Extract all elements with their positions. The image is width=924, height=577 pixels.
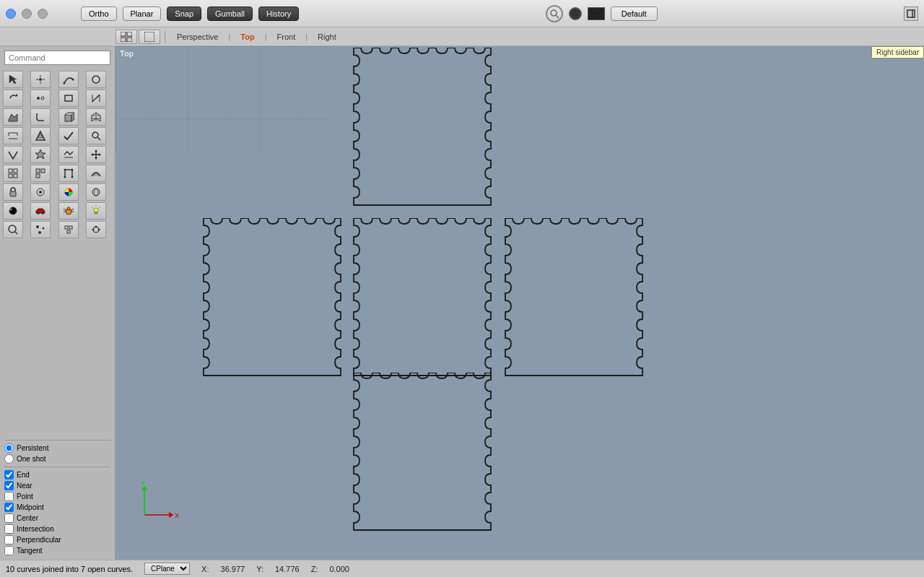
search-tool[interactable]: [86, 127, 106, 144]
svg-point-74: [38, 231, 41, 234]
stamp-left: [196, 218, 348, 377]
end-checkbox[interactable]: [4, 470, 14, 480]
minimize-icon[interactable]: [22, 9, 32, 19]
svg-rect-2: [907, 10, 915, 17]
circle-tool[interactable]: [86, 71, 106, 88]
light-tool[interactable]: [86, 202, 106, 220]
point2-tool[interactable]: [30, 90, 51, 107]
tab-front[interactable]: Front: [269, 31, 305, 43]
grid-view-button[interactable]: [116, 30, 137, 44]
cplane-select[interactable]: CPlane: [144, 563, 190, 575]
svg-point-47: [64, 176, 66, 178]
svg-rect-8: [144, 32, 154, 42]
svg-text:Y: Y: [141, 480, 145, 487]
stamp-top-center: [346, 48, 498, 207]
svg-rect-75: [65, 226, 68, 229]
bug-tool[interactable]: [58, 202, 79, 220]
svg-point-80: [97, 229, 100, 231]
persistent-radio[interactable]: [4, 443, 14, 453]
point-checkbox[interactable]: [4, 492, 14, 501]
star-tool[interactable]: [30, 146, 51, 163]
point-tool[interactable]: [30, 71, 51, 88]
car-tool[interactable]: [30, 202, 51, 220]
svg-line-1: [556, 15, 559, 18]
record-button[interactable]: [569, 7, 582, 20]
lock-tool[interactable]: [3, 183, 23, 201]
explode-tool[interactable]: [30, 127, 51, 144]
perpendicular-checkbox[interactable]: [4, 535, 14, 545]
titlebar: Ortho Planar Snap Gumball History Defaul…: [0, 0, 924, 27]
svg-point-46: [71, 169, 73, 171]
color-swatch[interactable]: [588, 7, 605, 20]
render-tool[interactable]: [3, 202, 23, 220]
command-input[interactable]: [4, 51, 110, 65]
magnify-tool[interactable]: [3, 221, 23, 238]
maximize-icon[interactable]: [38, 9, 48, 19]
smash-tool[interactable]: [86, 165, 106, 182]
right-sidebar-button[interactable]: [904, 6, 918, 21]
dimension-tool[interactable]: [3, 127, 23, 144]
check-tool[interactable]: [58, 127, 79, 144]
tangent-checkbox[interactable]: [4, 546, 14, 555]
svg-point-81: [95, 226, 97, 228]
end-option: End: [4, 470, 110, 480]
svg-rect-42: [36, 169, 40, 173]
snap-button[interactable]: Snap: [167, 6, 201, 21]
center-checkbox[interactable]: [4, 513, 14, 523]
twist-tool[interactable]: [86, 90, 106, 107]
snap2-tool[interactable]: [58, 221, 79, 238]
move-tool[interactable]: [86, 146, 106, 163]
planar-button[interactable]: Planar: [123, 6, 162, 21]
mesh-tool[interactable]: [86, 108, 106, 126]
select-tool[interactable]: [3, 71, 23, 88]
tangent-label: Tangent: [17, 547, 43, 555]
tab-right[interactable]: Right: [309, 31, 345, 43]
sphere-tool[interactable]: [86, 183, 106, 201]
fillet-tool[interactable]: [30, 108, 51, 126]
svg-line-32: [97, 137, 100, 140]
viewport-canvas[interactable]: Top X Y: [116, 46, 924, 560]
curve-tool[interactable]: [58, 71, 79, 88]
rotate-tool[interactable]: [3, 90, 23, 107]
oneshot-radio[interactable]: [4, 454, 14, 464]
surface-tool[interactable]: [3, 108, 23, 126]
color-tool[interactable]: [58, 183, 79, 201]
tab-perspective[interactable]: Perspective: [168, 31, 227, 43]
main-area: Persistent One shot End Near Point Mid: [0, 46, 924, 560]
svg-rect-38: [9, 169, 12, 173]
svg-point-70: [9, 225, 16, 233]
persistent-option: Persistent: [4, 443, 110, 453]
intersection-checkbox[interactable]: [4, 524, 14, 534]
svg-rect-66: [95, 212, 97, 214]
single-view-button[interactable]: [139, 30, 160, 44]
near-checkbox[interactable]: [4, 481, 14, 490]
midpoint-checkbox[interactable]: [4, 503, 14, 512]
gumball-button[interactable]: Gumball: [207, 6, 253, 21]
svg-point-0: [551, 10, 557, 16]
zoom-icon: [546, 5, 563, 22]
stamp-center: [346, 218, 498, 377]
solid-tool[interactable]: [58, 108, 79, 126]
snap-options: Persistent One shot End Near Point Mid: [0, 434, 115, 560]
tangent-option: Tangent: [4, 546, 110, 555]
target-tool[interactable]: [30, 183, 51, 201]
uv-tool[interactable]: [3, 146, 23, 163]
rect-tool[interactable]: [58, 90, 79, 107]
svg-rect-43: [41, 169, 45, 173]
tab-top[interactable]: Top: [232, 31, 263, 43]
history-button[interactable]: History: [258, 6, 299, 21]
extra-tool[interactable]: [86, 221, 106, 238]
cage-tool[interactable]: [58, 165, 79, 182]
window-control-icon[interactable]: [6, 9, 16, 19]
scatter-tool[interactable]: [30, 221, 51, 238]
svg-point-65: [94, 208, 98, 212]
svg-point-58: [41, 212, 44, 214]
grid2-tool[interactable]: [3, 165, 23, 182]
array-tool[interactable]: [30, 165, 51, 182]
svg-rect-40: [9, 174, 12, 178]
snap-divider: [4, 440, 110, 441]
flow-tool[interactable]: [58, 146, 79, 163]
ortho-button[interactable]: Ortho: [81, 6, 117, 21]
end-label: End: [17, 471, 30, 479]
svg-marker-36: [91, 153, 93, 156]
